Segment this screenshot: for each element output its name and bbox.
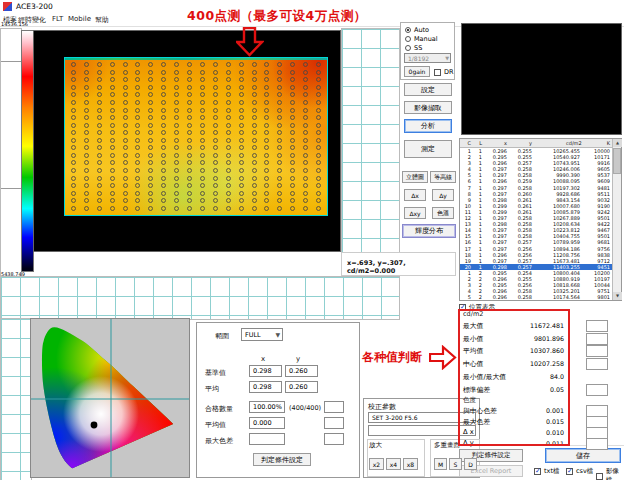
exposure-dropdown[interactable]: 1/8192 ▼ bbox=[404, 53, 451, 63]
measure-point bbox=[187, 130, 192, 135]
pass-percent-field[interactable]: 100.00% bbox=[249, 401, 285, 413]
radio-auto[interactable]: Auto bbox=[405, 26, 429, 34]
max-colordiff-label: 最大色差 bbox=[205, 436, 233, 446]
delta-xy-button[interactable]: Δxy bbox=[404, 207, 426, 219]
measure-point bbox=[226, 92, 231, 97]
measure-point bbox=[277, 145, 282, 150]
measure-point bbox=[123, 153, 128, 158]
delta-y-button[interactable]: Δy bbox=[432, 189, 454, 201]
measure-point bbox=[264, 183, 269, 188]
measure-point bbox=[226, 176, 231, 181]
footer-check-2[interactable]: csv檔 bbox=[566, 467, 593, 476]
multi-S-button[interactable]: S bbox=[449, 458, 462, 470]
color-temp-button[interactable]: 色溫 bbox=[432, 207, 454, 219]
measure-point bbox=[174, 70, 179, 75]
measure-point bbox=[226, 85, 231, 90]
measure-point bbox=[187, 92, 192, 97]
measure-point bbox=[174, 176, 179, 181]
measure-point bbox=[277, 123, 282, 128]
measure-point bbox=[252, 168, 257, 173]
footer-check-1[interactable]: txt檔 bbox=[534, 467, 559, 476]
measure-point bbox=[264, 115, 269, 120]
dr-checkbox[interactable]: DR bbox=[434, 68, 454, 76]
measure-point bbox=[148, 108, 153, 113]
grid-panel-left bbox=[0, 318, 32, 480]
measure-point bbox=[226, 168, 231, 173]
calibration-param2-field[interactable] bbox=[368, 425, 476, 436]
measure-point bbox=[316, 92, 321, 97]
measure-point bbox=[84, 123, 89, 128]
measure-point bbox=[200, 168, 205, 173]
scroll-thumb[interactable] bbox=[613, 148, 621, 174]
radio-ss[interactable]: SS bbox=[405, 44, 422, 52]
multi-D-button[interactable]: D bbox=[464, 458, 477, 470]
measure-point bbox=[213, 77, 218, 82]
measure-point bbox=[123, 130, 128, 135]
mean-variance-field[interactable]: 0.000 bbox=[249, 417, 285, 429]
measure-point bbox=[316, 62, 321, 67]
measure-point bbox=[290, 160, 295, 165]
measure-point bbox=[135, 145, 140, 150]
measure-point bbox=[277, 168, 282, 173]
menu-item-4[interactable]: Mobile bbox=[68, 15, 91, 23]
cie-chromaticity-diagram[interactable] bbox=[30, 318, 190, 478]
menu-item-3[interactable]: FLT bbox=[52, 15, 63, 23]
avg-x-field[interactable]: 0.298 bbox=[249, 381, 282, 393]
measure-point bbox=[226, 191, 231, 196]
measure-point bbox=[174, 62, 179, 67]
image-capture-button[interactable]: 影像擷取 bbox=[404, 101, 452, 114]
cursor-status-box: x=.693, y=.307, cd/m2=0.000 bbox=[341, 252, 456, 276]
measure-point bbox=[71, 176, 76, 181]
settings-button[interactable]: 設定 bbox=[404, 83, 452, 96]
luminance-distribution-button[interactable]: 輝度分布 bbox=[402, 224, 456, 238]
measure-point bbox=[277, 85, 282, 90]
surface3d-button[interactable]: 立體圖 bbox=[402, 171, 428, 183]
measure-button[interactable]: 測定 bbox=[404, 140, 452, 158]
measure-point bbox=[316, 160, 321, 165]
contour-button[interactable]: 等高線 bbox=[430, 171, 456, 183]
measure-point bbox=[148, 198, 153, 203]
save-button[interactable]: 儲存 bbox=[545, 448, 621, 463]
table-scrollbar[interactable]: ▲ ▼ bbox=[612, 139, 621, 300]
measure-point bbox=[239, 115, 244, 120]
measure-point bbox=[226, 138, 231, 143]
menu-item-5[interactable]: 幫助 bbox=[95, 15, 109, 25]
lum-stat-row: 標準偏差0.05 bbox=[463, 385, 621, 396]
measure-point bbox=[252, 123, 257, 128]
zero-gain-button[interactable]: 0gain bbox=[404, 66, 430, 77]
measurement-image-view[interactable] bbox=[33, 30, 341, 252]
scroll-up-icon[interactable]: ▲ bbox=[613, 139, 622, 147]
measure-point bbox=[264, 138, 269, 143]
measure-point bbox=[161, 145, 166, 150]
measure-point bbox=[226, 206, 231, 211]
zoom-x4-button[interactable]: x4 bbox=[386, 458, 401, 470]
zoom-x2-button[interactable]: x2 bbox=[369, 458, 384, 470]
table-col-5: K bbox=[596, 140, 610, 146]
table-body[interactable]: 110.2960.25510265.45510000210.2950.25510… bbox=[460, 148, 612, 301]
judge-condition-button[interactable]: 判定條件設定 bbox=[253, 453, 311, 466]
measure-point bbox=[200, 138, 205, 143]
base-x-field[interactable]: 0.298 bbox=[249, 365, 282, 377]
measure-point bbox=[213, 206, 218, 211]
avg-y-field[interactable]: 0.260 bbox=[285, 381, 318, 393]
measure-point bbox=[226, 62, 231, 67]
table-row[interactable]: 520.2960.25810174.5649801 bbox=[460, 294, 612, 300]
range-dropdown[interactable]: FULL ▼ bbox=[241, 328, 283, 341]
judge-result-box bbox=[586, 438, 608, 450]
zoom-x8-button[interactable]: x8 bbox=[403, 458, 418, 470]
radio-manual[interactable]: Manual bbox=[405, 35, 438, 43]
scroll-down-icon[interactable]: ▼ bbox=[613, 292, 622, 300]
measure-point bbox=[110, 115, 115, 120]
footer-check-3[interactable]: 影像檔 bbox=[596, 467, 624, 480]
multi-M-button[interactable]: M bbox=[434, 458, 447, 470]
analyze-button[interactable]: 分析 bbox=[404, 119, 452, 133]
measure-point bbox=[97, 191, 102, 196]
calibration-param-field[interactable]: SET 3-200 F5.6 bbox=[368, 412, 476, 423]
max-colordiff-field[interactable] bbox=[249, 433, 285, 445]
measure-point bbox=[200, 108, 205, 113]
measure-point bbox=[277, 153, 282, 158]
measure-point bbox=[174, 206, 179, 211]
measure-point bbox=[290, 176, 295, 181]
base-y-field[interactable]: 0.260 bbox=[285, 365, 318, 377]
delta-x-button[interactable]: Δx bbox=[404, 189, 426, 201]
